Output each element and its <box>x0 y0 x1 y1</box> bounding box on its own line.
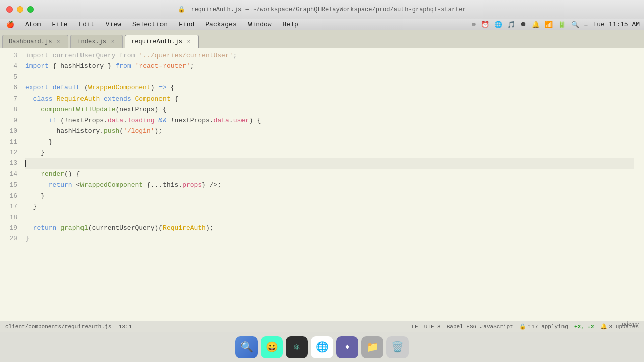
code-line-5 <box>25 72 634 82</box>
battery-icon: 🔋 <box>558 21 566 29</box>
code-line-14: render() { <box>25 169 634 179</box>
tab-index[interactable]: index.js × <box>70 35 123 48</box>
dock-atom-icon: ⚛ <box>294 341 300 353</box>
code-content[interactable]: import currentUserQuery from '../queries… <box>25 50 644 319</box>
menu-window[interactable]: Window <box>246 19 274 30</box>
menu-atom[interactable]: Atom <box>23 19 43 30</box>
code-line-9: if (!nextProps.data.loading && !nextProp… <box>25 115 634 126</box>
menu-view[interactable]: View <box>104 19 123 30</box>
code-line-8: componentWillUpdate(nextProps) { <box>25 104 634 115</box>
tab-dashboard-close[interactable]: × <box>55 38 62 45</box>
status-bar: client/components/requireAuth.js 13:1 LF… <box>0 321 644 332</box>
dock-finder[interactable]: 🔍 <box>235 336 258 358</box>
menu-packages[interactable]: Packages <box>203 19 238 30</box>
dock-finder-icon: 🔍 <box>240 341 253 353</box>
editor[interactable]: 3 4 5 6 7 8 9 10 11 12 13 14 15 16 17 18… <box>0 48 644 321</box>
line-num-4: 4 <box>0 61 17 71</box>
notification-icon: 🔔 <box>532 21 540 29</box>
line-numbers: 3 4 5 6 7 8 9 10 11 12 13 14 15 16 17 18… <box>0 50 25 319</box>
menu-help[interactable]: Help <box>281 19 300 30</box>
traffic-lights <box>6 6 34 13</box>
dock-messages[interactable]: 😀 <box>261 336 283 358</box>
wifi-icon: 📶 <box>545 21 553 29</box>
status-applying: 🔒 117-applying <box>519 323 568 330</box>
code-line-12: } <box>25 147 634 158</box>
code-line-3: import currentUserQuery from '../queries… <box>25 50 634 61</box>
line-num-8: 8 <box>0 104 17 115</box>
menu-file[interactable]: File <box>50 19 69 30</box>
tab-index-label: index.js <box>77 38 106 45</box>
tab-requireauth[interactable]: requireAuth.js × <box>125 35 199 48</box>
code-line-20: } <box>25 233 634 244</box>
code-line-18 <box>25 212 634 223</box>
menu-edit[interactable]: Edit <box>76 19 96 30</box>
audio-icon: 🎵 <box>507 21 515 29</box>
dock-atom[interactable]: ⚛ <box>286 336 308 358</box>
code-line-17: } <box>25 201 634 212</box>
dock-trash[interactable]: 🗑️ <box>386 336 409 358</box>
title-bar: 🔒 requireAuth.js — ~/workspace/GraphQLRe… <box>0 0 644 19</box>
line-num-12: 12 <box>0 147 17 158</box>
code-line-7: class RequireAuth extends Component { <box>25 94 634 104</box>
line-num-16: 16 <box>0 191 17 201</box>
search-icon[interactable]: 🔍 <box>571 21 579 29</box>
menu-find[interactable]: Find <box>177 19 196 30</box>
code-line-11: } <box>25 137 634 147</box>
dock: 🔍 😀 ⚛ 🌐 ♦ 📁 🗑️ udemy <box>0 332 644 362</box>
menu-bar: 🍎 Atom File Edit View Selection Find Pac… <box>0 19 644 30</box>
line-num-3: 3 <box>0 50 17 61</box>
code-area[interactable]: 3 4 5 6 7 8 9 10 11 12 13 14 15 16 17 18… <box>0 48 644 321</box>
code-line-10: hashHistory.push('/login'); <box>25 126 634 136</box>
status-eol[interactable]: LF <box>412 323 418 330</box>
tab-requireauth-label: requireAuth.js <box>131 38 182 45</box>
minimize-button[interactable] <box>17 6 23 13</box>
dock-trash-icon: 🗑️ <box>391 341 404 353</box>
line-num-11: 11 <box>0 137 17 147</box>
bluetooth-icon: ⌨ <box>472 21 476 29</box>
udemy-logo: udemy <box>622 320 639 328</box>
line-num-15: 15 <box>0 179 17 190</box>
line-num-19: 19 <box>0 223 17 233</box>
tab-dashboard-label: Dashboard.js <box>9 38 52 45</box>
tab-index-close[interactable]: × <box>109 38 116 45</box>
dock-heroku[interactable]: ♦ <box>336 336 358 358</box>
line-num-18: 18 <box>0 212 17 223</box>
menu-selection[interactable]: Selection <box>130 19 170 30</box>
list-icon[interactable]: ≡ <box>584 21 588 28</box>
dock-chrome[interactable]: 🌐 <box>311 336 333 358</box>
tab-requireauth-close[interactable]: × <box>185 38 192 45</box>
status-git: +2, -2 <box>574 323 594 330</box>
menu-apple[interactable]: 🍎 <box>4 19 16 30</box>
record-icon: ⏺ <box>520 21 527 28</box>
dock-files-icon: 📁 <box>366 341 379 353</box>
line-num-20: 20 <box>0 233 17 244</box>
window-title: 🔒 requireAuth.js — ~/workspace/GraphQLRe… <box>178 6 466 13</box>
code-line-13 <box>25 158 634 168</box>
close-button[interactable] <box>6 6 13 13</box>
dock-messages-icon: 😀 <box>266 341 278 353</box>
file-icon: 🔒 <box>178 6 185 13</box>
line-num-7: 7 <box>0 94 17 104</box>
dock-heroku-icon: ♦ <box>345 343 350 352</box>
clock: Tue 11:15 AM <box>593 21 640 28</box>
line-num-17: 17 <box>0 201 17 212</box>
tab-bar: Dashboard.js × index.js × requireAuth.js… <box>0 30 644 48</box>
maximize-button[interactable] <box>27 6 34 13</box>
line-num-14: 14 <box>0 169 17 179</box>
line-num-13: 13 <box>0 158 17 168</box>
network-icon: 🌐 <box>494 21 502 29</box>
tab-dashboard[interactable]: Dashboard.js × <box>2 35 68 48</box>
status-encoding[interactable]: UTF-8 <box>424 323 441 330</box>
line-num-6: 6 <box>0 82 17 93</box>
line-num-9: 9 <box>0 115 17 126</box>
dock-files[interactable]: 📁 <box>361 336 383 358</box>
status-filepath: client/components/requireAuth.js 13:1 <box>5 324 132 330</box>
code-line-6: export default (WrappedComponent) => { <box>25 82 634 93</box>
status-right: LF UTF-8 Babel ES6 JavaScript 🔒 117-appl… <box>412 323 639 330</box>
line-num-5: 5 <box>0 72 17 82</box>
status-grammar[interactable]: Babel ES6 JavaScript <box>447 323 513 330</box>
code-line-19: return graphql(currentUserQuery)(Require… <box>25 223 634 233</box>
code-line-15: return <WrappedComponent {...this.props}… <box>25 179 634 190</box>
code-line-4: import { hashHistory } from 'react-route… <box>25 61 634 71</box>
line-num-10: 10 <box>0 126 17 136</box>
